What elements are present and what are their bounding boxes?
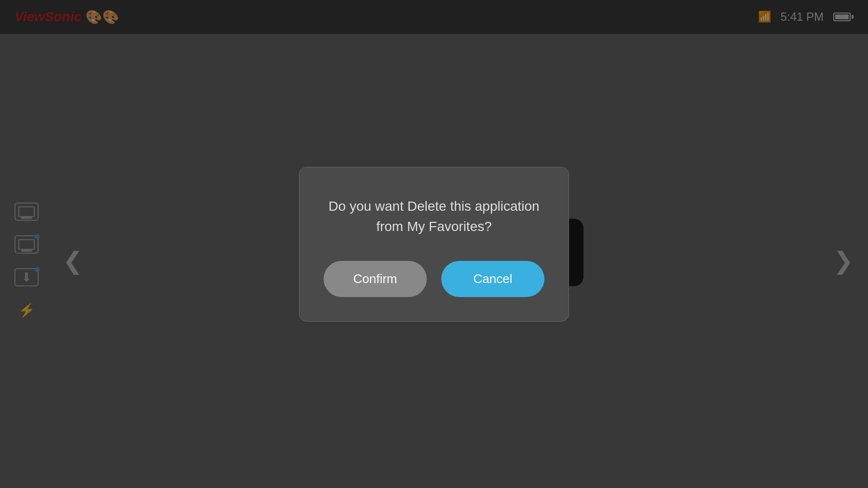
cancel-button[interactable]: Cancel <box>441 261 544 297</box>
confirmation-dialog: Do you want Delete this application from… <box>299 167 569 322</box>
dialog-buttons: Confirm Cancel <box>324 261 544 297</box>
confirm-button[interactable]: Confirm <box>324 261 427 297</box>
dialog-message: Do you want Delete this application from… <box>324 196 544 237</box>
dialog-overlay: Do you want Delete this application from… <box>0 0 868 488</box>
